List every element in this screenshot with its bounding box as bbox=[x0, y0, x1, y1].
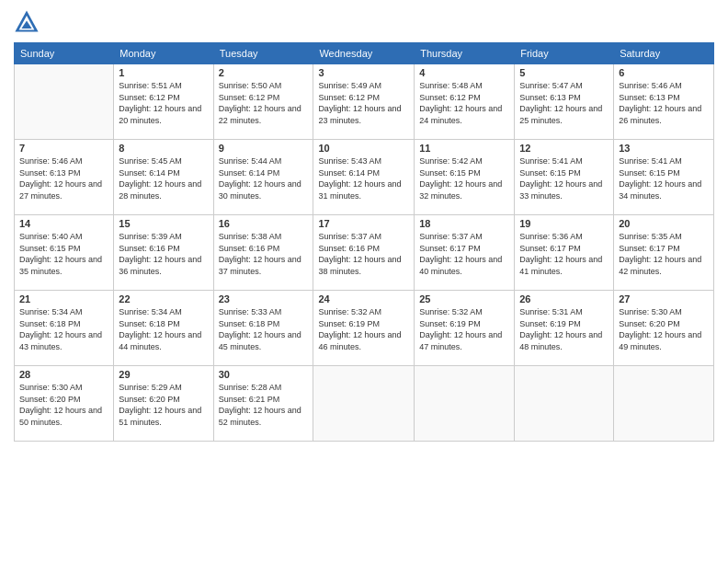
day-number: 17 bbox=[318, 218, 409, 229]
calendar-body: 1Sunrise: 5:51 AMSunset: 6:12 PMDaylight… bbox=[15, 64, 714, 442]
day-number: 19 bbox=[519, 218, 609, 229]
day-number: 9 bbox=[219, 143, 309, 154]
calendar-cell: 14Sunrise: 5:40 AMSunset: 6:15 PMDayligh… bbox=[15, 215, 114, 291]
calendar-cell: 11Sunrise: 5:42 AMSunset: 6:15 PMDayligh… bbox=[415, 140, 515, 215]
day-info: Sunrise: 5:51 AMSunset: 6:12 PMDaylight:… bbox=[119, 80, 208, 126]
day-number: 27 bbox=[619, 293, 709, 304]
logo-icon bbox=[14, 9, 40, 35]
day-info: Sunrise: 5:37 AMSunset: 6:17 PMDaylight:… bbox=[419, 231, 509, 277]
logo bbox=[14, 9, 41, 35]
col-sunday: Sunday bbox=[15, 43, 114, 64]
day-info: Sunrise: 5:32 AMSunset: 6:19 PMDaylight:… bbox=[419, 306, 509, 352]
calendar-cell: 30Sunrise: 5:28 AMSunset: 6:21 PMDayligh… bbox=[213, 366, 313, 442]
calendar-cell: 7Sunrise: 5:46 AMSunset: 6:13 PMDaylight… bbox=[15, 140, 114, 215]
calendar-cell: 26Sunrise: 5:31 AMSunset: 6:19 PMDayligh… bbox=[515, 291, 614, 366]
calendar-cell: 1Sunrise: 5:51 AMSunset: 6:12 PMDaylight… bbox=[114, 64, 213, 140]
calendar-cell: 16Sunrise: 5:38 AMSunset: 6:16 PMDayligh… bbox=[213, 215, 313, 291]
calendar-cell: 19Sunrise: 5:36 AMSunset: 6:17 PMDayligh… bbox=[515, 215, 614, 291]
calendar-week-5: 28Sunrise: 5:30 AMSunset: 6:20 PMDayligh… bbox=[15, 366, 714, 442]
col-thursday: Thursday bbox=[415, 43, 515, 64]
day-info: Sunrise: 5:39 AMSunset: 6:16 PMDaylight:… bbox=[119, 231, 208, 277]
page: Sunday Monday Tuesday Wednesday Thursday… bbox=[0, 0, 728, 563]
day-number: 18 bbox=[419, 218, 509, 229]
day-info: Sunrise: 5:44 AMSunset: 6:14 PMDaylight:… bbox=[219, 155, 309, 201]
day-info: Sunrise: 5:41 AMSunset: 6:15 PMDaylight:… bbox=[619, 155, 709, 201]
calendar-cell: 5Sunrise: 5:47 AMSunset: 6:13 PMDaylight… bbox=[515, 64, 614, 140]
day-number: 16 bbox=[219, 218, 309, 229]
day-info: Sunrise: 5:46 AMSunset: 6:13 PMDaylight:… bbox=[19, 155, 108, 201]
calendar-cell: 27Sunrise: 5:30 AMSunset: 6:20 PMDayligh… bbox=[614, 291, 714, 366]
day-info: Sunrise: 5:35 AMSunset: 6:17 PMDaylight:… bbox=[619, 231, 709, 277]
day-info: Sunrise: 5:47 AMSunset: 6:13 PMDaylight:… bbox=[519, 80, 609, 126]
calendar-cell bbox=[313, 366, 415, 442]
calendar-cell bbox=[415, 366, 515, 442]
day-number: 1 bbox=[119, 67, 208, 78]
header-row: Sunday Monday Tuesday Wednesday Thursday… bbox=[15, 43, 714, 64]
calendar-cell: 23Sunrise: 5:33 AMSunset: 6:18 PMDayligh… bbox=[213, 291, 313, 366]
day-number: 8 bbox=[119, 143, 208, 154]
col-monday: Monday bbox=[114, 43, 213, 64]
day-info: Sunrise: 5:30 AMSunset: 6:20 PMDaylight:… bbox=[19, 382, 108, 428]
day-number: 15 bbox=[119, 218, 208, 229]
col-saturday: Saturday bbox=[614, 43, 714, 64]
calendar-cell bbox=[515, 366, 614, 442]
calendar-header: Sunday Monday Tuesday Wednesday Thursday… bbox=[15, 43, 714, 64]
col-friday: Friday bbox=[515, 43, 614, 64]
day-number: 25 bbox=[419, 293, 509, 304]
day-info: Sunrise: 5:42 AMSunset: 6:15 PMDaylight:… bbox=[419, 155, 509, 201]
calendar-cell bbox=[614, 366, 714, 442]
calendar-cell: 17Sunrise: 5:37 AMSunset: 6:16 PMDayligh… bbox=[313, 215, 415, 291]
day-info: Sunrise: 5:34 AMSunset: 6:18 PMDaylight:… bbox=[19, 306, 108, 352]
day-number: 11 bbox=[419, 143, 509, 154]
day-info: Sunrise: 5:41 AMSunset: 6:15 PMDaylight:… bbox=[519, 155, 609, 201]
day-info: Sunrise: 5:33 AMSunset: 6:18 PMDaylight:… bbox=[219, 306, 309, 352]
calendar-cell: 15Sunrise: 5:39 AMSunset: 6:16 PMDayligh… bbox=[114, 215, 213, 291]
day-info: Sunrise: 5:49 AMSunset: 6:12 PMDaylight:… bbox=[318, 80, 409, 126]
day-number: 30 bbox=[219, 369, 309, 380]
calendar-cell: 22Sunrise: 5:34 AMSunset: 6:18 PMDayligh… bbox=[114, 291, 213, 366]
calendar-cell: 9Sunrise: 5:44 AMSunset: 6:14 PMDaylight… bbox=[213, 140, 313, 215]
day-number: 22 bbox=[119, 293, 208, 304]
day-info: Sunrise: 5:38 AMSunset: 6:16 PMDaylight:… bbox=[219, 231, 309, 277]
calendar-cell bbox=[15, 64, 114, 140]
calendar-cell: 20Sunrise: 5:35 AMSunset: 6:17 PMDayligh… bbox=[614, 215, 714, 291]
day-number: 26 bbox=[519, 293, 609, 304]
calendar-cell: 2Sunrise: 5:50 AMSunset: 6:12 PMDaylight… bbox=[213, 64, 313, 140]
day-info: Sunrise: 5:30 AMSunset: 6:20 PMDaylight:… bbox=[619, 306, 709, 352]
day-number: 28 bbox=[19, 369, 108, 380]
day-number: 14 bbox=[19, 218, 108, 229]
day-number: 23 bbox=[219, 293, 309, 304]
calendar-cell: 21Sunrise: 5:34 AMSunset: 6:18 PMDayligh… bbox=[15, 291, 114, 366]
day-info: Sunrise: 5:46 AMSunset: 6:13 PMDaylight:… bbox=[619, 80, 709, 126]
calendar-cell: 4Sunrise: 5:48 AMSunset: 6:12 PMDaylight… bbox=[415, 64, 515, 140]
calendar-cell: 25Sunrise: 5:32 AMSunset: 6:19 PMDayligh… bbox=[415, 291, 515, 366]
calendar-cell: 29Sunrise: 5:29 AMSunset: 6:20 PMDayligh… bbox=[114, 366, 213, 442]
day-number: 10 bbox=[318, 143, 409, 154]
calendar-cell: 3Sunrise: 5:49 AMSunset: 6:12 PMDaylight… bbox=[313, 64, 415, 140]
day-info: Sunrise: 5:40 AMSunset: 6:15 PMDaylight:… bbox=[19, 231, 108, 277]
calendar-cell: 28Sunrise: 5:30 AMSunset: 6:20 PMDayligh… bbox=[15, 366, 114, 442]
col-tuesday: Tuesday bbox=[213, 43, 313, 64]
calendar-week-3: 14Sunrise: 5:40 AMSunset: 6:15 PMDayligh… bbox=[15, 215, 714, 291]
day-number: 4 bbox=[419, 67, 509, 78]
day-number: 29 bbox=[119, 369, 208, 380]
day-number: 3 bbox=[318, 67, 409, 78]
calendar-table: Sunday Monday Tuesday Wednesday Thursday… bbox=[14, 42, 714, 442]
col-wednesday: Wednesday bbox=[313, 43, 415, 64]
calendar-cell: 13Sunrise: 5:41 AMSunset: 6:15 PMDayligh… bbox=[614, 140, 714, 215]
calendar-week-4: 21Sunrise: 5:34 AMSunset: 6:18 PMDayligh… bbox=[15, 291, 714, 366]
day-number: 6 bbox=[619, 67, 709, 78]
day-info: Sunrise: 5:50 AMSunset: 6:12 PMDaylight:… bbox=[219, 80, 309, 126]
day-info: Sunrise: 5:34 AMSunset: 6:18 PMDaylight:… bbox=[119, 306, 208, 352]
calendar-week-2: 7Sunrise: 5:46 AMSunset: 6:13 PMDaylight… bbox=[15, 140, 714, 215]
day-info: Sunrise: 5:31 AMSunset: 6:19 PMDaylight:… bbox=[519, 306, 609, 352]
day-info: Sunrise: 5:28 AMSunset: 6:21 PMDaylight:… bbox=[219, 382, 309, 428]
day-number: 24 bbox=[318, 293, 409, 304]
day-info: Sunrise: 5:48 AMSunset: 6:12 PMDaylight:… bbox=[419, 80, 509, 126]
calendar-cell: 24Sunrise: 5:32 AMSunset: 6:19 PMDayligh… bbox=[313, 291, 415, 366]
day-info: Sunrise: 5:32 AMSunset: 6:19 PMDaylight:… bbox=[318, 306, 409, 352]
calendar-cell: 8Sunrise: 5:45 AMSunset: 6:14 PMDaylight… bbox=[114, 140, 213, 215]
day-info: Sunrise: 5:29 AMSunset: 6:20 PMDaylight:… bbox=[119, 382, 208, 428]
calendar-cell: 6Sunrise: 5:46 AMSunset: 6:13 PMDaylight… bbox=[614, 64, 714, 140]
day-number: 2 bbox=[219, 67, 309, 78]
